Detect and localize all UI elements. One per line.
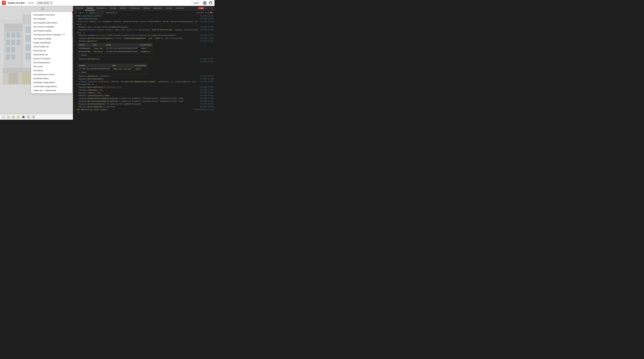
console-line: facility.getPrimaryModel() td_stubs.js:4… — [73, 78, 214, 81]
console-line: facility.settings ▶{links: Array(1), doc… — [73, 29, 214, 34]
pan-tool-button[interactable]: ✋ — [12, 115, 15, 119]
console-line: facility._getAccessLevel() Owner td_stub… — [73, 94, 214, 97]
logout-button[interactable]: Logout — [191, 1, 201, 5]
clear-console-button[interactable]: 🚫 — [74, 11, 77, 14]
console-output[interactable]: STUB: dumpDtFacilityInfo() td_stubs.js:4… — [73, 15, 214, 120]
svg-rect-14 — [7, 48, 10, 52]
menu-item-find-elements[interactable]: Find Elements Where PropValue = X — [31, 33, 72, 37]
tab-elements[interactable]: Elements — [74, 6, 85, 10]
menu-item-dump-model[interactable]: Dump Model Info — [31, 53, 72, 57]
menu-item-assign-classification[interactable]: Assign Classification — [31, 41, 72, 45]
svg-point-1 — [204, 4, 206, 5]
viewer-panel: 🏠 Get Qualified Prop Name Get Properties… — [0, 6, 73, 120]
menu-item-dump-dt[interactable]: Dump DT constants — [31, 57, 72, 61]
console-line: ▶DtFacility {models: {…}, loadQueue: Arr… — [73, 20, 214, 26]
devtools-tabs: Elements Console Recorder ▲ Sources Netw… — [73, 6, 214, 11]
tab-network[interactable]: Network — [118, 6, 128, 10]
default-levels-button[interactable]: Default levels ▼ — [105, 12, 118, 14]
svg-point-0 — [204, 2, 206, 3]
pointer-tool-button[interactable]: ↖ — [6, 115, 10, 119]
menu-item-set-property[interactable]: Set Property (selSet) — [31, 37, 72, 41]
menu-item-get-common-properties[interactable]: Get Common Properties — [31, 25, 72, 29]
menu-item-get-properties-history[interactable]: Get Properties (with history) — [31, 21, 72, 25]
facility-select[interactable]: Urban House — [36, 1, 53, 5]
tab-sources[interactable]: Sources — [108, 6, 118, 10]
console-line: getCurrentFacility() td_stubs.js:404 — [73, 18, 214, 20]
context-menu: Get Qualified Prop Name Get Properties G… — [31, 12, 72, 93]
console-line: facility.getLocalToSharedSpaceTransform(… — [73, 100, 214, 103]
tab-lighthouse[interactable]: Lighthouse — [174, 6, 186, 10]
svg-rect-11 — [7, 40, 10, 45]
camera-tool-button[interactable]: 🎥 — [22, 115, 25, 119]
dock-icon[interactable]: ⋮ — [208, 7, 210, 10]
tab-memory[interactable]: Memory — [142, 6, 152, 10]
more-tools-button[interactable]: ⚙ — [32, 115, 35, 119]
console-toolbar: 🚫 top ▼ 👁 Default levels ▼ 123 Issues: ⚠… — [73, 11, 214, 15]
github-icon[interactable] — [208, 1, 213, 5]
svg-rect-27 — [26, 45, 30, 50]
svg-rect-15 — [12, 48, 15, 52]
settings-tool-button[interactable]: ⚙ — [26, 115, 30, 119]
menu-item-load-facility-usage[interactable]: Load Facility Usage Metrics — [31, 85, 72, 88]
menu-item-get-model-history[interactable]: Get Model History — [31, 77, 72, 81]
console-line: facility.url() urn:adsk.dtt:m0-Jlyd0REqr… — [73, 26, 214, 29]
avatar-icon — [203, 1, 207, 5]
console-line: facility.getModels() ▶[DtModel] td_stubs… — [73, 75, 214, 78]
svg-rect-16 — [7, 55, 10, 59]
filter-input[interactable] — [89, 11, 104, 14]
svg-rect-30 — [26, 53, 30, 59]
topbar: T Tandem Test Bed Facility Urban House L… — [0, 0, 214, 6]
svg-rect-46 — [9, 73, 18, 84]
console-prompt-line: ›| — [73, 111, 214, 115]
tab-console[interactable]: Console — [85, 6, 95, 10]
select-tool-button[interactable]: ⬜ — [2, 115, 5, 119]
tab-recorder[interactable]: Recorder ▲ — [95, 6, 108, 10]
menu-item-get-properties[interactable]: Get Properties — [31, 17, 72, 21]
facility-label: Facility — [28, 2, 34, 4]
eye-icon[interactable]: 👁 — [85, 12, 88, 14]
console-line: facility.getStreamManager() undefined td… — [73, 106, 214, 108]
settings-icon[interactable]: ⚙ — [205, 7, 207, 10]
svg-rect-10 — [17, 33, 20, 37]
svg-rect-8 — [7, 33, 10, 37]
svg-rect-17 — [12, 55, 15, 59]
console-line: facility.getDefaultModelId() urn:adsk.dt… — [73, 103, 214, 106]
console-line: facility.getClassificationTemplate() ▶{u… — [73, 37, 214, 40]
tab-performance[interactable]: Performance — [128, 6, 142, 10]
top-level-select[interactable]: top ▼ — [78, 12, 84, 14]
menu-item-get-model-usage[interactable]: Get Model Usage Metrics — [31, 81, 72, 85]
home-icon[interactable]: 🏠 — [41, 7, 44, 10]
console-line: facility.getUsers() td_stubs.js:412 — [73, 40, 214, 43]
menu-item-get-levels[interactable]: Get Levels — [31, 65, 72, 69]
avatar — [203, 1, 207, 5]
console-table-1: (index)namegroupaccessLevel 7XPGNDGA883K… — [73, 43, 214, 58]
app-title: Tandem Test Bed — [8, 2, 24, 4]
tab-security[interactable]: Security — [164, 6, 174, 10]
menu-item-get-qualified-prop-name[interactable]: Get Qualified Prop Name — [31, 13, 72, 17]
menu-item-get-property-selset[interactable]: Get Property (selSet) — [31, 29, 72, 33]
viewer-canvas: 🏠 Get Qualified Prop Name Get Properties… — [0, 6, 73, 114]
viewer-toolbar: ⬜ ↖ ✋ 📐 🎥 ⚙ ⚙ — [0, 114, 73, 120]
console-line: facility.getSubjects() td_stubs.js:414 — [73, 58, 214, 61]
menu-item-dump-app[interactable]: Dump App Info — [31, 49, 72, 53]
svg-rect-9 — [12, 33, 15, 37]
console-line: facility.getSharedToLocalSpaceTransform(… — [73, 97, 214, 100]
devtools-top-right: 🔴 122 ⚙ ⋮ ✕ — [198, 7, 213, 10]
console-table-2: (index)nameaccessLevel urn:adsk.dtg:ysqz… — [73, 63, 214, 75]
menu-item-get-parametersets[interactable]: Get ParameterSets — [31, 61, 72, 65]
issues-summary: 123 Issues: ⚠ 122 🔴 1 — [196, 12, 213, 14]
measure-tool-button[interactable]: 📐 — [16, 115, 20, 119]
tab-application[interactable]: Application — [152, 6, 164, 10]
console-line: ▶DtModel {facility: DtFacility, _modelId… — [73, 81, 214, 86]
menu-item-show-elements[interactable]: Show Elements In Room — [31, 73, 72, 77]
devtools-panel: Elements Console Recorder ▲ Sources Netw… — [73, 6, 214, 120]
svg-rect-4 — [4, 24, 22, 31]
svg-rect-20 — [26, 27, 30, 33]
menu-item-viewer-ids[interactable]: Viewer Ids --> Element Ids — [31, 88, 72, 92]
menu-item-get-rooms[interactable]: Get Rooms — [31, 69, 72, 73]
close-icon[interactable]: ✕ — [211, 7, 213, 10]
app-logo: T — [2, 1, 6, 5]
main-area: 🏠 Get Qualified Prop Name Get Properties… — [0, 6, 214, 120]
svg-rect-12 — [12, 40, 15, 45]
menu-item-dump-facility[interactable]: Dump Facility Info — [31, 45, 72, 49]
